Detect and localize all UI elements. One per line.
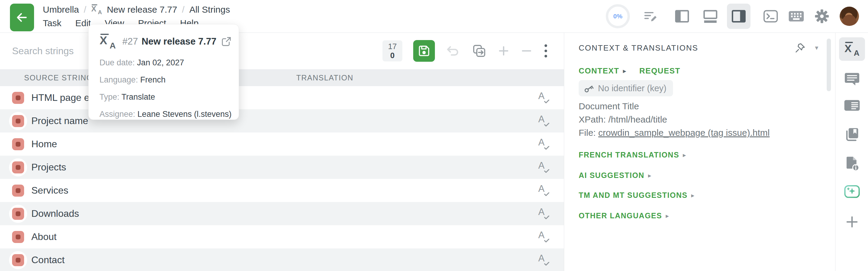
popover-field-value: Leane Stevens (l.stevens) [137, 110, 231, 118]
popover-field: Due date: Jan 02, 2027 [99, 58, 228, 68]
section-other-languages[interactable]: OTHER LANGUAGES ▸ [579, 211, 818, 220]
rail-pages-bookmark-button[interactable] [844, 127, 860, 143]
popover-field-label: Due date: [99, 58, 135, 67]
string-row[interactable]: HTML page exa A [0, 86, 564, 109]
topbar-right-controls: 0% [606, 3, 859, 30]
xa-a-glyph: A [854, 49, 860, 57]
status-halo [9, 228, 27, 246]
minus-button[interactable] [521, 45, 532, 57]
check-glyph [544, 262, 550, 266]
string-row[interactable]: Contact A [0, 248, 564, 271]
a-glyph: A [538, 138, 545, 147]
back-button[interactable] [10, 4, 34, 31]
rail-string-details-button[interactable] [844, 99, 861, 112]
a-check-icon: A [538, 91, 550, 104]
source-string-text: Project name [31, 115, 88, 127]
external-link-glyph [221, 36, 231, 47]
xpath-value: /html/head/title [608, 114, 667, 124]
string-row[interactable]: Home A [0, 133, 564, 156]
string-row[interactable]: Downloads A [0, 202, 564, 225]
console-button[interactable] [763, 9, 778, 23]
file-link[interactable]: crowdin_sample_webpage (tag issue).html [598, 128, 770, 138]
xpath-row: XPath: /html/head/title [579, 114, 818, 125]
status-halo [9, 181, 27, 200]
status-halo [9, 158, 27, 176]
layout-right-panel-button[interactable] [727, 4, 750, 29]
section-caret-icon: ▸ [683, 151, 687, 159]
translation-progress-indicator[interactable]: 0% [606, 4, 630, 28]
string-row[interactable]: Services A [0, 179, 564, 202]
a-check-icon: A [538, 184, 550, 197]
popover-field-label: Type: [99, 93, 119, 101]
editor-toolbar: 17 0 [382, 40, 564, 62]
a-check-icon: A [538, 230, 550, 244]
unpin-icon[interactable] [795, 42, 806, 54]
panel-scrollbar-thumb[interactable] [827, 38, 831, 91]
section-ai-suggestion[interactable]: AI SUGGESTION ▸ [579, 171, 818, 180]
undo-icon [446, 44, 461, 58]
request-context-link[interactable]: REQUEST [639, 66, 680, 76]
layout-bottom-panel-button[interactable] [699, 4, 722, 29]
menu-item-task[interactable]: Task [43, 18, 61, 28]
a-check-icon: A [538, 253, 550, 267]
comment-bubble-icon [844, 72, 860, 86]
a-glyph: A [538, 207, 545, 216]
save-button[interactable] [413, 40, 435, 62]
plus-icon [845, 215, 859, 229]
string-row[interactable]: Projects A [0, 156, 564, 179]
rail-ai-assistant-button[interactable] [844, 184, 860, 199]
keyboard-icon [788, 10, 804, 22]
a-check-icon: A [538, 207, 550, 221]
breadcrumb-project[interactable]: Umbrella [43, 4, 79, 15]
more-options-button[interactable] [544, 44, 548, 58]
popover-field-value: French [140, 75, 165, 84]
plus-button[interactable] [498, 45, 510, 57]
external-link-icon[interactable] [221, 36, 231, 47]
undo-button[interactable] [446, 44, 461, 58]
string-row[interactable]: Project name A [0, 109, 564, 133]
breadcrumb-section[interactable]: All Strings [189, 4, 230, 15]
breadcrumb-separator: / [182, 4, 184, 15]
rail-add-panel-button[interactable] [845, 215, 859, 229]
breadcrumb-separator: / [84, 4, 86, 15]
breadcrumb-task[interactable]: New release 7.77 [107, 4, 177, 15]
check-glyph [544, 193, 550, 197]
keyboard-shortcuts-button[interactable] [788, 10, 804, 22]
ai-sparkle-icon [844, 184, 860, 199]
section-french-translations[interactable]: FRENCH TRANSLATIONS ▸ [579, 150, 818, 159]
context-panel: CONTEXT & TRANSLATIONS ▾ CONTEXT ▸ REQUE… [564, 33, 835, 271]
pages-bookmark-icon [844, 127, 860, 143]
xa-a-glyph: A [110, 41, 116, 50]
xpath-label: XPath: [579, 114, 608, 124]
task-popover-title-row: X A #27 New release 7.77 [99, 33, 228, 50]
a-glyph: A [538, 114, 545, 124]
untranslated-status-icon [12, 138, 24, 150]
document-info-icon [844, 156, 860, 171]
status-halo [9, 135, 27, 153]
a-check-icon: A [538, 114, 550, 128]
counter-bottom-value: 0 [382, 51, 402, 60]
layout-left-panel-button[interactable] [670, 4, 694, 29]
context-section-toggle[interactable]: CONTEXT [579, 66, 619, 76]
kebab-menu-icon [544, 44, 548, 58]
a-glyph: A [538, 184, 545, 193]
copy-source-button[interactable] [472, 43, 487, 59]
translation-column-header: TRANSLATION [296, 73, 353, 82]
save-floppy-icon [417, 44, 431, 58]
rail-file-info-button[interactable] [844, 156, 860, 171]
xa-x-glyph: X [100, 35, 107, 46]
draft-edit-button[interactable] [643, 9, 658, 24]
rail-comments-button[interactable] [844, 72, 860, 86]
string-row[interactable]: About A [0, 225, 564, 248]
popover-field-value: Translate [121, 93, 155, 101]
context-tabs-row: CONTEXT ▸ REQUEST [579, 66, 818, 76]
user-avatar[interactable] [840, 7, 859, 26]
settings-button[interactable] [814, 9, 830, 24]
section-caret-icon: ▸ [648, 172, 652, 179]
check-glyph [544, 215, 550, 220]
plus-icon [498, 45, 510, 57]
rail-translations-button[interactable]: X A [839, 37, 865, 61]
untranslated-status-icon [12, 161, 24, 173]
panel-collapse-caret-icon[interactable]: ▾ [815, 44, 818, 52]
section-tm-mt-suggestions[interactable]: TM AND MT SUGGESTIONS ▸ [579, 191, 818, 200]
